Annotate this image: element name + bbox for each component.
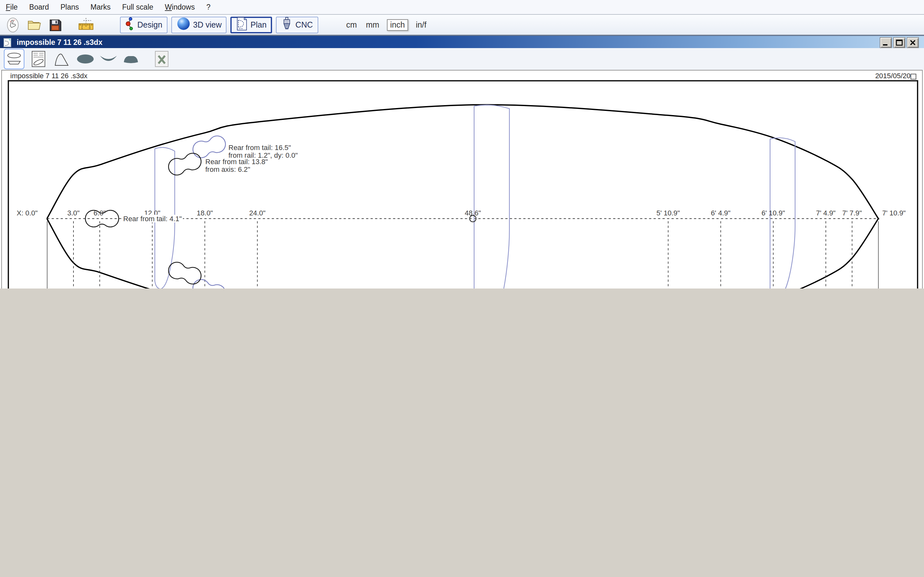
design-icon (125, 16, 135, 33)
menu-file[interactable]: File (0, 3, 23, 11)
ruler-tool-icon[interactable]: 10 (78, 16, 94, 33)
rocker-curve-icon[interactable] (53, 50, 71, 68)
3d-view-button[interactable]: 3D view (171, 16, 227, 33)
document-title: impossible 7 11 26 .s3dx (17, 39, 102, 46)
unit-inch[interactable]: inch (387, 19, 408, 31)
rear-plug-annotation-line1: Rear from tail: 13.8" (205, 158, 268, 165)
menu-full-scale[interactable]: Full scale (116, 3, 159, 11)
minimize-button[interactable] (880, 37, 892, 48)
design-mode-button[interactable]: Design (120, 16, 168, 33)
date-checkbox[interactable] (911, 74, 916, 79)
outline-view-icon[interactable] (4, 49, 24, 69)
export-spreadsheet-icon[interactable] (153, 50, 171, 68)
design-button-label: Design (137, 20, 162, 29)
slice-view-icon[interactable] (76, 50, 94, 68)
unit-mm[interactable]: mm (365, 20, 381, 29)
cnc-button-label: CNC (296, 20, 313, 29)
plan-mode-button[interactable]: Plan (231, 16, 272, 33)
main-toolbar: 10 Design 3D view Plan CNC (0, 15, 924, 36)
svg-text:1: 1 (81, 26, 83, 29)
window-controls (880, 37, 919, 48)
document-titlebar[interactable]: impossible 7 11 26 .s3dx (0, 35, 924, 49)
front-plug-annotation-line1: Rear from tail: 16.5" (228, 143, 291, 151)
meas-x-label: 24.0" (249, 209, 266, 217)
meas-x-label: 7' 4.9" (816, 209, 835, 217)
meas-x-label: 6' 10.9" (762, 209, 785, 217)
meas-x-label: 48.6" (465, 209, 481, 217)
menu-board[interactable]: Board (23, 3, 55, 11)
pointer-tool-icon[interactable] (5, 16, 21, 33)
maximize-button[interactable] (893, 37, 905, 48)
meas-x-label: 6' 4.9" (711, 209, 730, 217)
meas-x-label: 3.0" (67, 209, 79, 217)
plan-icon (236, 17, 248, 33)
meas-x-label: 6.0" (94, 209, 106, 217)
cnc-bit-icon (281, 17, 293, 33)
bottom-curve-icon[interactable] (99, 50, 117, 68)
menu-help[interactable]: ? (200, 3, 216, 11)
unit-selector: cm mm inch in/f (345, 19, 428, 31)
save-file-icon[interactable] (47, 16, 63, 33)
menu-windows[interactable]: Windows (159, 3, 200, 11)
center-plug-annotation: Rear from tail: 4.1" (122, 215, 183, 222)
meas-x-label: 7' 10.9" (882, 209, 906, 217)
rear-plug-annotation-line2: from axis: 6.2" (205, 165, 250, 173)
plan-button-label: Plan (250, 20, 267, 29)
close-button[interactable] (907, 37, 919, 48)
meas-x-label: 7' 7.9" (842, 209, 862, 217)
svg-text:0: 0 (89, 26, 90, 29)
meas-x-label: 5' 10.9" (656, 209, 680, 217)
menu-plans[interactable]: Plans (55, 3, 85, 11)
cnc-button[interactable]: CNC (276, 16, 318, 33)
page-title: impossible 7 11 26 .s3dx (10, 72, 87, 79)
page-date: 2015/05/20 (875, 72, 911, 79)
3d-view-button-label: 3D view (193, 20, 222, 29)
unit-in-f[interactable]: in/f (415, 20, 428, 29)
meas-x-label: X: 0.0" (17, 209, 37, 217)
unit-cm[interactable]: cm (345, 20, 358, 29)
menu-bar: File Board Plans Marks Full scale Window… (0, 0, 924, 15)
open-file-icon[interactable] (26, 16, 42, 33)
measurements-sheet-icon[interactable] (29, 50, 47, 68)
document-icon (3, 37, 13, 47)
menu-marks[interactable]: Marks (85, 3, 116, 11)
meas-x-label: 18.0" (197, 209, 213, 217)
application-window: X: 0.0"Width: 0.1"Thick.: 0.4"Scoop: 2.5… (0, 0, 924, 288)
deck-view-icon[interactable] (122, 50, 140, 68)
sphere-icon (176, 17, 191, 33)
view-toolbar (0, 48, 924, 70)
